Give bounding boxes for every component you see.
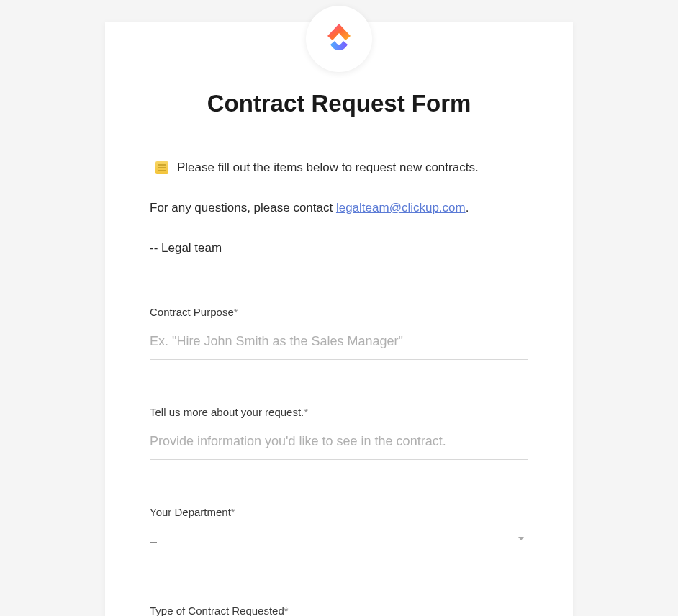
chevron-down-icon (518, 537, 524, 540)
intro-row: Please fill out the items below to reque… (150, 160, 528, 175)
contact-line: For any questions, please contact legalt… (150, 201, 528, 215)
contact-suffix: . (466, 201, 469, 214)
intro-text: Please fill out the items below to reque… (177, 160, 479, 175)
logo-badge (306, 6, 372, 72)
field-contract-purpose: Contract Purpose* (150, 306, 528, 360)
signature-text: -- Legal team (150, 241, 528, 255)
contract-purpose-input[interactable] (150, 330, 528, 360)
form-card: Contract Request Form Please fill out th… (105, 22, 573, 616)
request-details-input[interactable] (150, 430, 528, 460)
contact-email-link[interactable]: legalteam@clickup.com (336, 201, 466, 214)
contact-prefix: For any questions, please contact (150, 201, 336, 214)
department-select[interactable]: – (150, 530, 528, 558)
contract-type-label: Type of Contract Requested* (150, 604, 528, 616)
department-value: – (150, 534, 157, 548)
clickup-logo-icon (322, 22, 356, 56)
request-details-label: Tell us more about your request.* (150, 406, 528, 418)
contract-purpose-label: Contract Purpose* (150, 306, 528, 318)
memo-icon (155, 161, 168, 174)
form-title: Contract Request Form (150, 90, 528, 117)
field-request-details: Tell us more about your request.* (150, 406, 528, 460)
field-contract-type: Type of Contract Requested* – (150, 604, 528, 616)
field-department: Your Department* – (150, 506, 528, 558)
department-label: Your Department* (150, 506, 528, 518)
